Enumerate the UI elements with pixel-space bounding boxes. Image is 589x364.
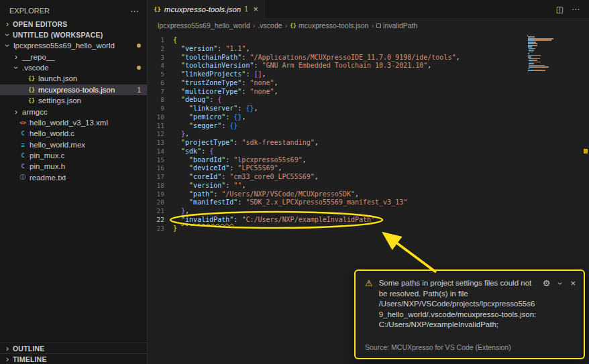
code-line[interactable]: 20 "manifestId": "SDK_2.x_LPCXpresso55S6… — [148, 198, 589, 207]
more-actions-icon[interactable]: ⋯ — [572, 5, 580, 14]
code-line[interactable]: 1{ — [148, 36, 589, 45]
split-editor-icon[interactable]: ◫ — [556, 5, 564, 14]
overview-warning-marker — [584, 149, 588, 154]
more-actions-icon[interactable]: ⋯ — [130, 6, 139, 16]
breadcrumb-separator: › — [371, 21, 374, 29]
breadcrumb-item-.vscode[interactable]: .vscode — [258, 21, 282, 29]
code-line[interactable]: 16 "deviceId": "LPC55S69", — [148, 164, 589, 173]
chevron-right-icon: › — [4, 21, 11, 27]
code-line[interactable]: 23} — [148, 225, 589, 233]
file-label: hello_world.mex — [30, 141, 85, 149]
section-label-workspace: UNTITLED (WORKSPACE) — [13, 31, 103, 39]
code-line[interactable]: 8 "debug": { — [148, 96, 589, 105]
json-icon: {} — [290, 23, 297, 29]
breadcrumb-label: invalidPath — [383, 21, 417, 29]
code-line[interactable]: 9 "linkserver": {}, — [148, 105, 589, 113]
breadcrumb-label: .vscode — [258, 21, 282, 29]
code-line[interactable]: 13 "projectType": "sdk-freestanding", — [148, 139, 589, 147]
line-number: 6 — [148, 79, 173, 88]
section-timeline[interactable]: › TIMELINE — [0, 353, 147, 364]
line-number: 8 — [148, 96, 173, 105]
code-line[interactable]: 21 }, — [148, 207, 589, 216]
close-icon[interactable]: × — [254, 5, 258, 14]
gear-icon[interactable]: ⚙ — [543, 278, 551, 288]
tree-item-armgcc[interactable]: ›armgcc — [0, 106, 147, 117]
code-text: "trustZoneType": "none", — [173, 79, 278, 88]
code-text: "manifestId": "SDK_2.x_LPCXpresso55S69_m… — [173, 198, 407, 207]
line-number: 5 — [148, 70, 173, 79]
file-label: .vscode — [22, 64, 49, 72]
code-line[interactable]: 18 "version": "", — [148, 182, 589, 190]
breadcrumb-item-mcuxpresso-tools.json[interactable]: {}mcuxpresso-tools.json — [290, 21, 368, 29]
section-label-outline: OUTLINE — [13, 345, 44, 353]
minimap[interactable] — [527, 35, 558, 73]
modified-dot — [137, 66, 141, 70]
line-number: 13 — [148, 139, 173, 147]
line-number: 22 — [148, 216, 173, 225]
code-text: "sdk": { — [173, 147, 213, 156]
code-line[interactable]: 19 "path": "/Users/NXP/VSCode/MCUXpresso… — [148, 190, 589, 199]
tree-item-launch.json[interactable]: {}launch.json — [0, 73, 147, 84]
line-number: 18 — [148, 182, 173, 190]
tree-item-hello_world.mex[interactable]: ≡hello_world.mex — [0, 139, 147, 150]
sidebar-header: EXPLORER ⋯ — [0, 0, 147, 19]
tree-item-pin_mux.h[interactable]: Cpin_mux.h — [0, 161, 147, 172]
code-text: "deviceId": "LPC55S69", — [173, 164, 282, 173]
file-tree: ›lpcxpresso55s69_hello_world›__repo__›.v… — [0, 40, 147, 183]
code-line[interactable]: 11 "segger": {} — [148, 122, 589, 131]
chevron-down-icon[interactable]: › — [557, 280, 564, 287]
code-line[interactable]: 22 "invalidPath": "C:/Users/NXP/exampleI… — [148, 216, 589, 225]
code-text: }, — [173, 130, 189, 139]
line-number: 16 — [148, 164, 173, 173]
close-icon[interactable]: × — [570, 278, 576, 288]
line-number: 17 — [148, 173, 173, 182]
code-text: { — [173, 36, 177, 45]
line-number: 23 — [148, 225, 173, 233]
code-line[interactable]: 17 "coreId": "cm33_core0_LPC55S69", — [148, 173, 589, 182]
breadcrumb-item-lpcxpresso55s69_hello_world[interactable]: lpcxpresso55s69_hello_world — [158, 21, 250, 29]
tree-item-readme.txt[interactable]: ⓘreadme.txt — [0, 172, 147, 183]
code-line[interactable]: 2 "version": "1.1", — [148, 45, 589, 54]
section-workspace[interactable]: › UNTITLED (WORKSPACE) — [0, 29, 147, 40]
code-line[interactable]: 14 "sdk": { — [148, 147, 589, 156]
tree-item-.vscode[interactable]: ›.vscode — [0, 62, 147, 73]
code-line[interactable]: 6 "trustZoneType": "none", — [148, 79, 589, 88]
section-open-editors[interactable]: › OPEN EDITORS — [0, 19, 147, 29]
code-text: "linkserver": {}, — [173, 105, 258, 113]
breadcrumb: lpcxpresso55s69_hello_world›.vscode›{}mc… — [148, 19, 589, 32]
code-line[interactable]: 4 "toolchainVersion": "GNU Arm Embedded … — [148, 62, 589, 70]
code-line[interactable]: 12 }, — [148, 130, 589, 139]
line-number: 7 — [148, 88, 173, 97]
code-line[interactable]: 7 "multicoreType": "none", — [148, 88, 589, 97]
line-number: 19 — [148, 190, 173, 199]
line-number: 10 — [148, 113, 173, 122]
editor-actions: ◫ ⋯ — [556, 0, 589, 18]
section-outline[interactable]: › OUTLINE — [0, 343, 147, 353]
tree-item-pin_mux.c[interactable]: Cpin_mux.c — [0, 150, 147, 161]
code-text: "path": "/Users/NXP/VSCode/MCUXpressoSDK… — [173, 190, 359, 199]
tree-item-mcuxpresso-tools.json[interactable]: {}mcuxpresso-tools.json1 — [0, 84, 147, 95]
file-icon-xml: <> — [19, 119, 27, 126]
code-line[interactable]: 3 "toolchainPath": "/Applications/MCUXpr… — [148, 54, 589, 62]
file-label: mcuxpresso-tools.json — [38, 86, 115, 94]
tree-item-lpcxpresso55s69_hello_world[interactable]: ›lpcxpresso55s69_hello_world — [0, 40, 147, 51]
tree-item-settings.json[interactable]: {}settings.json — [0, 95, 147, 106]
tree-item-hello_world.c[interactable]: Chello_world.c — [0, 128, 147, 139]
code-line[interactable]: 10 "pemicro": {}, — [148, 113, 589, 122]
breadcrumb-item-invalidPath[interactable]: invalidPath — [376, 21, 417, 29]
code-line[interactable]: 15 "boardId": "lpcxpresso55s69", — [148, 156, 589, 165]
file-icon-c: C — [19, 130, 27, 137]
code-line[interactable]: 5 "linkedProjects": [], — [148, 70, 589, 79]
code-text: "coreId": "cm33_core0_LPC55S69", — [173, 173, 319, 182]
tab-mcuxpresso-tools-json[interactable]: {} mcuxpresso-tools.json 1 × — [148, 0, 265, 18]
tree-item-__repo__[interactable]: ›__repo__ — [0, 51, 147, 62]
tree-item-hello_world_v3_13.xml[interactable]: <>hello_world_v3_13.xml — [0, 117, 147, 128]
file-label: armgcc — [22, 108, 48, 116]
breadcrumb-label: lpcxpresso55s69_hello_world — [158, 21, 250, 29]
file-icon-mex: ≡ — [19, 141, 27, 148]
modified-dot — [137, 44, 141, 48]
symbol-property-icon — [376, 23, 381, 28]
file-label: hello_world.c — [30, 129, 74, 137]
file-icon-json: {} — [28, 75, 36, 82]
code-text: "toolchainVersion": "GNU Arm Embedded To… — [173, 62, 431, 70]
